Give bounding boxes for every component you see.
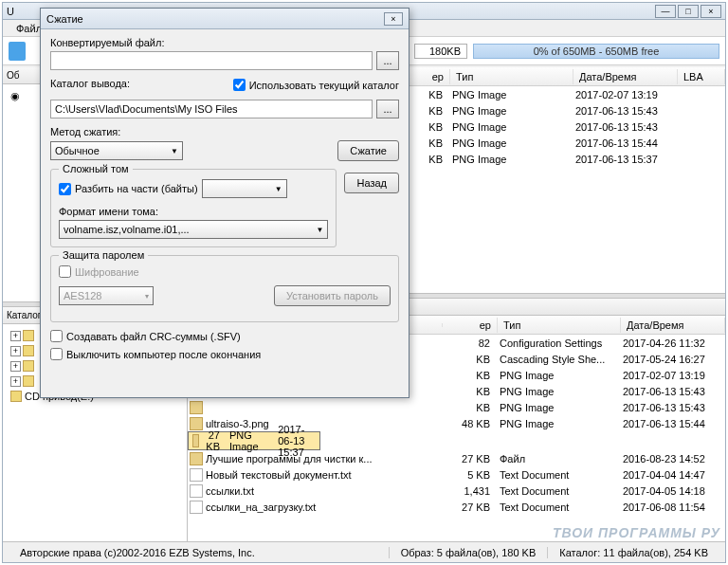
image-status: Образ: 5 файла(ов), 180 KB	[389, 547, 548, 558]
crc-checkbox[interactable]: Создавать файл CRC-суммы (.SFV)	[50, 330, 399, 342]
folder-icon	[23, 345, 34, 356]
method-label: Метод сжатия:	[50, 126, 399, 137]
col-date[interactable]: Дата/Время	[621, 318, 725, 333]
col-type[interactable]: Тип	[450, 69, 573, 84]
chevron-down-icon: ▼	[275, 185, 282, 193]
table-row[interactable]: KBPNG Image2017-06-13 15:43	[188, 399, 725, 415]
file-icon	[190, 401, 203, 414]
compression-dialog: Сжатие × Конвертируемый файл: ... Катало…	[40, 8, 410, 398]
watermark: ТВОИ ПРОГРАММЫ РУ	[553, 525, 720, 540]
output-dir-input[interactable]	[50, 100, 373, 118]
folder-icon	[23, 375, 34, 387]
col-size[interactable]: ер	[443, 318, 498, 333]
dialog-title: Сжатие	[46, 13, 83, 25]
file-icon	[192, 434, 199, 447]
encryption-checkbox[interactable]: Шифрование	[59, 265, 139, 278]
minimize-button[interactable]: —	[655, 5, 676, 18]
dialog-close-button[interactable]: ×	[384, 12, 403, 26]
table-row[interactable]: Новый текстовый документ.txt5 KBText Doc…	[188, 466, 725, 483]
chevron-down-icon: ▼	[171, 147, 178, 155]
table-row[interactable]: ссылки_на_загрузку.txt27 KBText Document…	[188, 499, 725, 515]
statusbar: Авторские права (c)2002-2016 EZB Systems…	[3, 541, 725, 562]
file-icon	[190, 452, 203, 465]
encryption-select: AES128▾	[59, 286, 154, 305]
shutdown-checkbox[interactable]: Выключить компьютер после окончания	[50, 348, 399, 360]
capacity-bar: 0% of 650MB - 650MB free	[473, 44, 719, 59]
expand-icon[interactable]: +	[10, 346, 21, 356]
computer-icon	[23, 330, 34, 341]
split-size-select[interactable]: ▼	[202, 179, 287, 198]
volume-name-select[interactable]: volname.isz,volname.i01,...▼	[59, 220, 328, 239]
source-file-label: Конвертируемый файл:	[50, 37, 399, 48]
expand-icon[interactable]: +	[10, 376, 21, 387]
new-doc-icon[interactable]	[9, 42, 26, 61]
app-title: U	[7, 6, 14, 17]
total-size-value: 180KB	[414, 44, 467, 59]
maximize-button[interactable]: □	[678, 5, 699, 18]
dialog-titlebar[interactable]: Сжатие ×	[41, 9, 409, 29]
file-icon	[190, 484, 203, 498]
chevron-down-icon: ▾	[145, 292, 149, 301]
browse-output-button[interactable]: ...	[376, 100, 399, 118]
back-button[interactable]: Назад	[344, 173, 399, 193]
volume-name-label: Формат имени тома:	[59, 206, 328, 217]
file-icon	[190, 501, 203, 514]
volume-group: Сложный том Разбить на части (байты) ▼ Ф…	[50, 169, 337, 247]
output-dir-label: Каталог вывода:	[50, 78, 130, 89]
cd-drive-icon	[10, 391, 22, 402]
col-date[interactable]: Дата/Время	[573, 69, 678, 84]
table-row[interactable]: Лучшие программы для чистки к...27 KBФай…	[188, 450, 725, 466]
password-group: Защита паролем Шифрование AES128▾ Устано…	[50, 255, 399, 322]
source-file-input[interactable]	[50, 51, 373, 70]
expand-icon[interactable]: +	[10, 361, 21, 372]
table-row[interactable]: ссылки.txt1,431Text Document2017-04-05 1…	[188, 483, 725, 499]
col-lba[interactable]: LBA	[678, 69, 725, 84]
use-current-checkbox[interactable]: Использовать текущий каталог	[233, 79, 399, 91]
folder-icon	[23, 360, 34, 372]
close-button[interactable]: ×	[701, 5, 721, 18]
copyright-text: Авторские права (c)2002-2016 EZB Systems…	[9, 547, 266, 558]
chevron-down-icon: ▼	[317, 226, 324, 234]
compress-button[interactable]: Сжатие	[337, 140, 399, 161]
table-row[interactable]: ultraiso-logo.png27 KBPNG Image2017-06-1…	[188, 431, 320, 450]
col-type[interactable]: Тип	[498, 318, 621, 333]
method-select[interactable]: Обычное▼	[50, 141, 183, 160]
file-icon	[190, 417, 203, 430]
cd-icon: ◉	[10, 90, 20, 102]
browse-source-button[interactable]: ...	[376, 51, 399, 70]
file-icon	[190, 468, 203, 482]
expand-icon[interactable]: +	[10, 331, 21, 341]
split-checkbox[interactable]: Разбить на части (байты)	[59, 183, 198, 195]
catalog-status: Каталог: 11 файла(ов), 254 KB	[547, 547, 719, 558]
set-password-button: Установить пароль	[274, 285, 391, 306]
